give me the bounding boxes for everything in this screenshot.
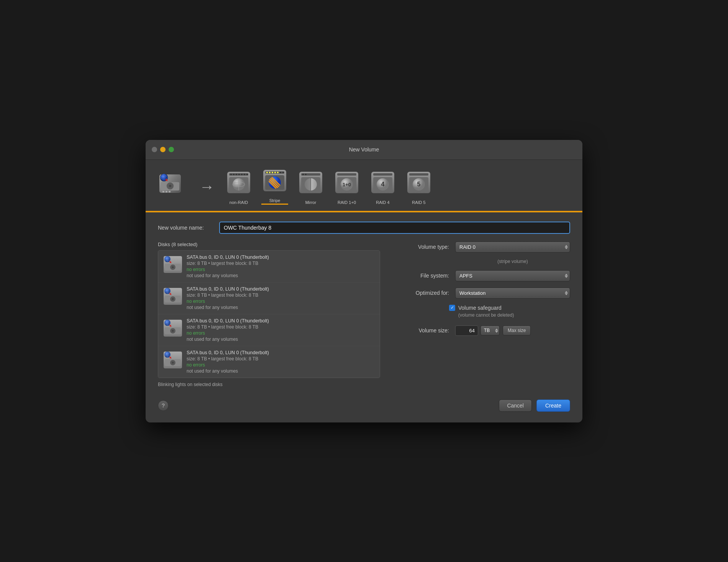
svg-point-16 <box>236 174 237 175</box>
svg-point-18 <box>241 174 243 175</box>
svg-text:1+0: 1+0 <box>343 182 351 187</box>
disk-item-name-3: SATA bus 0, ID 0, LUN 0 (Thunderbolt) <box>187 318 375 324</box>
svg-rect-60 <box>409 173 428 176</box>
disk-item[interactable]: SATA bus 0, ID 0, LUN 0 (Thunderbolt) si… <box>158 251 380 283</box>
disk-item-status-4: no errors <box>187 362 375 368</box>
svg-rect-43 <box>301 173 320 176</box>
svg-point-76 <box>172 298 174 300</box>
svg-point-19 <box>244 174 245 175</box>
raid1plus0-label: RAID 1+0 <box>338 200 356 205</box>
raid1plus0-icon: 1+0 <box>333 171 360 197</box>
titlebar: New Volume <box>146 140 582 160</box>
svg-point-85 <box>172 330 174 332</box>
unit-select-wrapper: TB GB <box>480 325 500 335</box>
svg-point-67 <box>172 266 174 268</box>
disk-item[interactable]: SATA bus 0, ID 0, LUN 0 (Thunderbolt) si… <box>158 346 380 378</box>
svg-point-31 <box>277 172 279 173</box>
raid4-label: RAID 4 <box>376 200 389 205</box>
disk-item-info-4: SATA bus 0, ID 0, LUN 0 (Thunderbolt) si… <box>187 350 375 374</box>
stripe-icon <box>261 169 288 195</box>
create-button[interactable]: Create <box>536 399 570 412</box>
raid-option-non-raid[interactable]: non-RAID <box>225 171 252 205</box>
svg-rect-4 <box>162 191 164 192</box>
disk-item-icon-2 <box>163 286 183 306</box>
svg-point-14 <box>230 174 232 175</box>
disk-item-icon-3 <box>163 318 183 338</box>
safeguard-checkbox[interactable]: ✓ <box>449 305 455 311</box>
raid-option-stripe[interactable]: Stripe <box>261 169 288 205</box>
disk-item-info-3: SATA bus 0, ID 0, LUN 0 (Thunderbolt) si… <box>187 318 375 342</box>
raid-option-raid5[interactable]: 5 RAID 5 <box>405 171 432 205</box>
svg-point-29 <box>272 172 273 173</box>
disk-item-name-2: SATA bus 0, ID 0, LUN 0 (Thunderbolt) <box>187 286 375 292</box>
stripe-label: Stripe <box>269 198 280 203</box>
disk-item[interactable]: SATA bus 0, ID 0, LUN 0 (Thunderbolt) si… <box>158 283 380 314</box>
maximize-button[interactable] <box>169 147 174 152</box>
volume-size-label: Volume size: <box>395 327 449 334</box>
disk-item[interactable]: SATA bus 0, ID 0, LUN 0 (Thunderbolt) si… <box>158 314 380 346</box>
disk-item-size-4: size: 8 TB • largest free block: 8 TB <box>187 356 375 362</box>
disk-item-info-2: SATA bus 0, ID 0, LUN 0 (Thunderbolt) si… <box>187 286 375 310</box>
non-raid-label: non-RAID <box>230 200 248 205</box>
svg-point-27 <box>266 172 268 173</box>
safeguard-row: ✓ Volume safeguard <box>395 305 570 311</box>
volume-type-label: Volume type: <box>395 244 449 250</box>
raid-selector: → <box>158 169 570 205</box>
non-raid-icon <box>225 171 252 197</box>
volume-type-select[interactable]: RAID 0 RAID 1 RAID 5 non-RAID <box>455 242 570 253</box>
minimize-button[interactable] <box>160 147 166 152</box>
disk-item-size-2: size: 8 TB • largest free block: 8 TB <box>187 293 375 298</box>
help-button[interactable]: ? <box>158 400 169 411</box>
raid-options-group: non-RAID <box>225 169 432 205</box>
disk-list-inner[interactable]: SATA bus 0, ID 0, LUN 0 (Thunderbolt) si… <box>158 251 380 378</box>
main-area: Disks (8 selected) <box>158 242 570 387</box>
svg-rect-55 <box>373 173 392 176</box>
arrow-icon: → <box>199 178 215 196</box>
file-system-label: File system: <box>395 273 449 279</box>
disk-item-name-4: SATA bus 0, ID 0, LUN 0 (Thunderbolt) <box>187 350 375 355</box>
raid4-icon: 4 <box>369 171 396 197</box>
disk-item-usage-2: not used for any volumes <box>187 305 375 310</box>
svg-point-28 <box>269 172 271 173</box>
volume-type-select-wrapper: RAID 0 RAID 1 RAID 5 non-RAID <box>455 242 570 253</box>
optimized-for-select[interactable]: Workstation Desktop Server <box>455 288 570 299</box>
volume-type-row: Volume type: RAID 0 RAID 1 RAID 5 non-RA… <box>395 242 570 253</box>
cancel-button[interactable]: Cancel <box>499 399 532 412</box>
close-button[interactable] <box>152 147 157 152</box>
volume-type-sublabel: (stripe volume) <box>395 259 570 264</box>
left-column: Disks (8 selected) <box>158 242 380 387</box>
optimized-for-label: Optimized for: <box>395 290 449 296</box>
safeguard-label: Volume safeguard <box>458 305 502 311</box>
max-size-button[interactable]: Max size <box>503 325 531 335</box>
safeguard-sublabel: (volume cannot be deleted) <box>395 312 570 318</box>
volume-size-input[interactable] <box>455 325 478 336</box>
safeguard-checkbox-wrapper: ✓ Volume safeguard <box>449 305 502 311</box>
svg-point-33 <box>282 172 284 173</box>
svg-rect-5 <box>166 191 167 192</box>
file-system-select[interactable]: APFS Mac OS Extended exFAT <box>455 270 570 281</box>
volume-name-input[interactable] <box>219 222 570 234</box>
volume-name-row: New volume name: <box>158 222 570 234</box>
raid-option-raid1plus0[interactable]: 1+0 RAID 1+0 <box>333 171 360 205</box>
checkmark-icon: ✓ <box>451 306 454 310</box>
svg-point-20 <box>246 174 248 175</box>
disk-item-status-3: no errors <box>187 330 375 336</box>
disk-list: SATA bus 0, ID 0, LUN 0 (Thunderbolt) si… <box>158 250 380 378</box>
raid5-icon: 5 <box>405 171 432 197</box>
svg-point-32 <box>280 172 281 173</box>
svg-point-3 <box>169 185 171 187</box>
svg-point-44 <box>302 174 304 175</box>
raid-option-raid4[interactable]: 4 RAID 4 <box>369 171 396 205</box>
disk-item-status-2: no errors <box>187 299 375 304</box>
disk-item-usage-1: not used for any volumes <box>187 273 375 278</box>
window-controls <box>152 147 174 152</box>
raid-option-mirror[interactable]: Mirror <box>297 171 324 205</box>
svg-point-45 <box>305 174 307 175</box>
dialog-content: → <box>146 160 582 422</box>
svg-text:4: 4 <box>381 181 385 187</box>
disk-item-usage-3: not used for any volumes <box>187 337 375 342</box>
disk-item-status-1: no errors <box>187 267 375 272</box>
disk-item-info-1: SATA bus 0, ID 0, LUN 0 (Thunderbolt) si… <box>187 255 375 278</box>
volume-size-unit-select[interactable]: TB GB <box>480 325 500 335</box>
svg-text:5: 5 <box>417 181 421 187</box>
